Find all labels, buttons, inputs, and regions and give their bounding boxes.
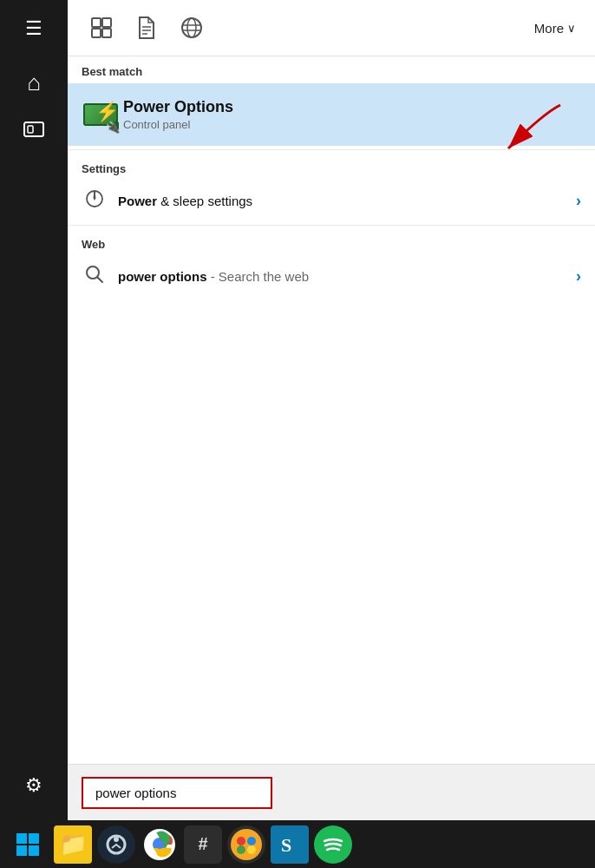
svg-point-31	[247, 845, 256, 854]
svg-point-9	[182, 18, 201, 37]
svg-point-23	[114, 837, 119, 842]
web-search-rest: - Search the web	[207, 269, 310, 284]
search-input[interactable]	[82, 777, 272, 809]
start-button[interactable]	[7, 827, 49, 862]
power-options-icon: ⚡ 🔌	[82, 94, 123, 135]
power-sleep-icon	[82, 189, 108, 213]
svg-point-29	[247, 837, 256, 845]
svg-rect-3	[92, 29, 101, 37]
taskbar-spotify[interactable]	[314, 825, 352, 864]
svg-point-27	[231, 829, 262, 860]
tab-apps[interactable]	[78, 8, 125, 48]
svg-rect-20	[29, 845, 39, 856]
svg-point-28	[237, 837, 245, 845]
svg-rect-5	[102, 29, 111, 37]
section-divider-2	[68, 225, 595, 226]
svg-line-16	[98, 278, 103, 283]
svg-rect-1	[28, 126, 33, 133]
svg-rect-17	[16, 833, 27, 844]
svg-rect-18	[29, 833, 39, 844]
taskbar-app5[interactable]	[227, 825, 265, 864]
settings-chevron-icon: ›	[576, 192, 581, 210]
best-match-item[interactable]: ⚡ 🔌 Power Options Control panel	[68, 83, 595, 146]
best-match-title: Power Options	[123, 98, 233, 116]
svg-rect-19	[16, 845, 27, 856]
web-label: Web	[68, 229, 595, 256]
power-sleep-settings-item[interactable]: Power & sleep settings ›	[68, 181, 595, 221]
best-match-text: Power Options Control panel	[123, 98, 233, 131]
tab-document[interactable]	[125, 8, 168, 48]
sidebar-item-user[interactable]	[0, 108, 68, 155]
taskbar-app6[interactable]: S	[271, 825, 309, 864]
taskbar-app4[interactable]: #	[184, 825, 222, 864]
main-content: More ∨ Best match ⚡ 🔌 Power Options Cont…	[68, 0, 595, 868]
search-bar	[68, 764, 595, 820]
web-search-item[interactable]: power options - Search the web ›	[68, 256, 595, 297]
tabs-bar: More ∨	[68, 0, 595, 56]
web-search-bold: power options	[118, 269, 207, 284]
power-sleep-rest: & sleep settings	[157, 194, 252, 208]
best-match-label: Best match	[68, 56, 595, 83]
more-chevron-icon: ∨	[567, 22, 576, 35]
more-label: More	[534, 21, 564, 36]
taskbar: 📁 # S	[0, 820, 595, 868]
web-chevron-icon: ›	[576, 267, 581, 286]
power-sleep-bold: Power	[118, 194, 157, 208]
tab-web[interactable]	[168, 8, 215, 48]
taskbar-chrome[interactable]	[141, 825, 179, 864]
web-search-text: power options - Search the web	[118, 269, 576, 284]
svg-point-30	[237, 845, 245, 854]
svg-text:S: S	[281, 834, 291, 856]
red-arrow-annotation	[465, 101, 569, 174]
taskbar-files[interactable]: 📁	[54, 825, 92, 864]
sidebar-item-home[interactable]: ⌂	[0, 57, 68, 108]
svg-point-10	[187, 18, 196, 37]
power-sleep-text: Power & sleep settings	[118, 194, 576, 208]
taskbar-steam[interactable]	[97, 825, 135, 864]
svg-rect-4	[102, 18, 111, 27]
sidebar: ☰ ⌂ ⚙ 👤	[0, 0, 68, 868]
more-button[interactable]: More ∨	[526, 14, 585, 43]
svg-point-26	[155, 840, 164, 849]
results-area: Best match ⚡ 🔌 Power Options Control pan…	[68, 56, 595, 764]
sidebar-item-settings[interactable]: ⚙	[10, 762, 58, 809]
sidebar-menu-icon[interactable]: ☰	[15, 9, 53, 49]
search-icon	[82, 265, 108, 288]
svg-rect-2	[92, 18, 101, 27]
best-match-subtitle: Control panel	[123, 118, 233, 131]
